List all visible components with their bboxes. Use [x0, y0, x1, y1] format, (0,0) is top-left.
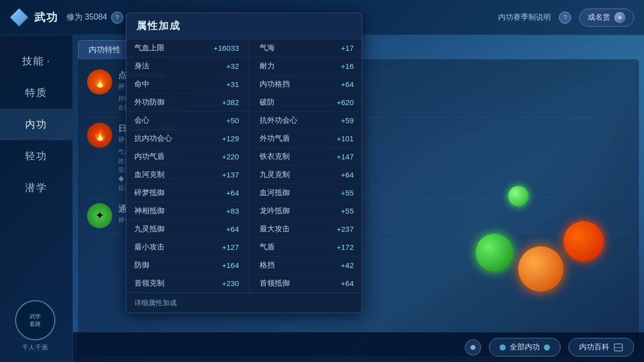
attr-right-val: +55: [320, 202, 362, 220]
neigong-baike-label: 内功百科: [579, 342, 609, 352]
attr-left-val: +220: [194, 148, 250, 166]
sidebar-item-label: 轻功: [25, 149, 47, 163]
attr-right-val: +64: [320, 275, 362, 293]
attr-left-val: +382: [194, 94, 250, 112]
attr-right-val: +64: [320, 75, 362, 94]
attr-right-label: 内功格挡: [250, 75, 320, 94]
attr-left-label: 会心: [126, 112, 194, 130]
attr-popup: 属性加成 气血上限 +16033 气海 +17 身法 +32 耐力 +16 命中…: [126, 13, 362, 313]
sidebar-item-neigong[interactable]: 内功: [0, 109, 72, 140]
attr-popup-footer: 详细属性加成: [126, 293, 362, 313]
table-row: 外功防御 +382 破防 +620: [126, 94, 362, 112]
attr-right-label: 铁衣克制: [250, 148, 320, 166]
attr-left-val: +137: [194, 166, 250, 184]
attr-right-val: +16: [320, 57, 362, 75]
table-row: 九灵抵御 +64 最大攻击 +237: [126, 220, 362, 238]
all-neigong-label: 全部内功: [510, 342, 540, 352]
season-help-icon[interactable]: ?: [559, 12, 571, 24]
neigong-baike-button[interactable]: 内功百科: [569, 338, 634, 356]
attr-right-val: +17: [320, 39, 362, 57]
attr-left-label: 外功防御: [126, 94, 194, 112]
badge-line1: 武学: [30, 313, 41, 320]
attr-left-label: 神相抵御: [126, 202, 194, 220]
sidebar: 技能 › 特质 内功 轻功 潜学 武学 套路 千人千面: [0, 35, 73, 362]
skill-icon-fire2: 🔥: [87, 123, 112, 148]
attr-left-val: +127: [194, 238, 250, 256]
attr-left-label: 九灵抵御: [126, 220, 194, 238]
badge-area: 武学 套路 千人千面: [8, 300, 63, 352]
attr-left-val: +164: [194, 256, 250, 275]
help-icon[interactable]: ?: [111, 12, 123, 24]
attr-left-val: +64: [194, 220, 250, 238]
attr-right-label: 气盾: [250, 238, 320, 256]
sidebar-item-label: 内功: [25, 118, 47, 131]
attr-left-val: +16033: [194, 39, 250, 57]
attr-right-val: +64: [320, 166, 362, 184]
fame-button[interactable]: 成名赏 ⊕: [579, 9, 634, 27]
sidebar-item-label: 潜学: [25, 181, 47, 195]
section-title: 武功: [34, 10, 58, 25]
skill-icon-fire: 🔥: [87, 69, 112, 95]
table-row: 气血上限 +16033 气海 +17: [126, 39, 362, 57]
attr-right-label: 首领抵御: [250, 275, 320, 293]
fame-label: 成名赏: [588, 13, 610, 22]
score-label: 修为 35084: [66, 12, 107, 23]
logo-icon: [10, 9, 28, 27]
attr-left-val: +50: [194, 112, 250, 130]
attr-right-label: 耐力: [250, 57, 320, 75]
attr-left-label: 内功气盾: [126, 148, 194, 166]
attr-right-label: 龙吟抵御: [250, 202, 320, 220]
table-row: 内功气盾 +220 铁衣克制 +147: [126, 148, 362, 166]
top-right-controls: 内功赛季制说明 ? 成名赏 ⊕: [498, 9, 634, 27]
table-row: 会心 +50 抗外功会心 +59: [126, 112, 362, 130]
attr-left-label: 命中: [126, 75, 194, 94]
attr-right-label: 破防: [250, 94, 320, 112]
circle-button-left[interactable]: [465, 339, 481, 355]
attr-left-val: +129: [194, 130, 250, 148]
fame-icon: ⊕: [614, 12, 625, 23]
tab-neigong-texing[interactable]: 内功特性: [78, 40, 131, 59]
attr-left-val: +83: [194, 202, 250, 220]
table-row: 命中 +31 内功格挡 +64: [126, 75, 362, 94]
attr-left-label: 身法: [126, 57, 194, 75]
season-label: 内功赛季制说明: [498, 13, 551, 22]
attr-left-label: 首领克制: [126, 275, 194, 293]
attr-right-val: +237: [320, 220, 362, 238]
attr-popup-title: 属性加成: [126, 13, 362, 39]
chevron-right-icon: ›: [47, 58, 50, 65]
skill-icon-green: ✦: [87, 203, 112, 228]
attr-left-label: 防御: [126, 256, 194, 275]
btn-dot-2: [544, 344, 550, 350]
bottom-bar: 全部内功 内功百科: [73, 332, 644, 362]
attr-right-val: +147: [320, 148, 362, 166]
attr-right-label: 血河抵御: [250, 184, 320, 202]
attr-left-label: 碎梦抵御: [126, 184, 194, 202]
table-row: 最小攻击 +127 气盾 +172: [126, 238, 362, 256]
table-row: 身法 +32 耐力 +16: [126, 57, 362, 75]
sidebar-item-qinggong[interactable]: 轻功: [0, 140, 72, 172]
table-row: 碎梦抵御 +64 血河抵御 +55: [126, 184, 362, 202]
badge-subtitle: 千人千面: [8, 343, 63, 352]
attr-left-label: 抗内功会心: [126, 130, 194, 148]
attr-right-label: 九灵克制: [250, 166, 320, 184]
table-row: 抗内功会心 +129 外功气盾 +101: [126, 130, 362, 148]
attr-left-label: 气血上限: [126, 39, 194, 57]
attr-left-val: +230: [194, 275, 250, 293]
attr-right-label: 最大攻击: [250, 220, 320, 238]
attr-right-val: +59: [320, 112, 362, 130]
attr-right-val: +172: [320, 238, 362, 256]
sidebar-item-jinou[interactable]: 技能 ›: [0, 45, 72, 77]
sidebar-item-tezhi[interactable]: 特质: [0, 77, 72, 109]
sidebar-item-qianxue[interactable]: 潜学: [0, 172, 72, 204]
badge-line2: 套路: [30, 320, 41, 328]
attr-left-val: +64: [194, 184, 250, 202]
btn-dot-1: [500, 344, 506, 350]
all-neigong-button[interactable]: 全部内功: [489, 338, 560, 356]
table-row: 血河克制 +137 九灵克制 +64: [126, 166, 362, 184]
detail-attr-button[interactable]: 详细属性加成: [134, 299, 177, 308]
attr-left-label: 血河克制: [126, 166, 194, 184]
attr-table: 气血上限 +16033 气海 +17 身法 +32 耐力 +16 命中 +31 …: [126, 39, 362, 293]
attr-right-label: 气海: [250, 39, 320, 57]
attr-right-label: 格挡: [250, 256, 320, 275]
svg-point-0: [470, 345, 475, 350]
